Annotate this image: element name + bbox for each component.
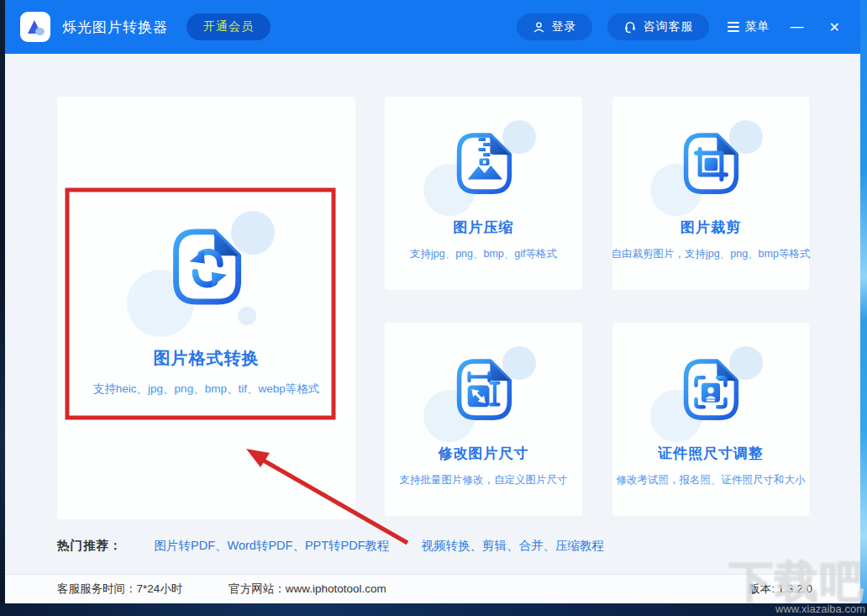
recommend-row: 热门推荐： 图片转PDF、Word转PDF、PPT转PDF教程 视频转换、剪辑、…: [57, 538, 604, 554]
footer-service-time: 客服服务时间：7*24小时: [57, 582, 182, 597]
recommend-label: 热门推荐：: [57, 538, 123, 554]
recommend-link-pdf-tutorials[interactable]: 图片转PDF、Word转PDF、PPT转PDF教程: [155, 538, 390, 554]
login-label: 登录: [552, 19, 577, 34]
card-idphoto[interactable]: 证件照尺寸调整 修改考试照，报名照、证件照尺寸和大小: [612, 323, 809, 516]
card-title: 图片裁剪: [680, 218, 741, 237]
main-area: 图片格式转换 支持heic、jpg、png、bmp、tif、webp等格式: [5, 54, 860, 574]
doc-resize-icon: [445, 351, 523, 429]
menu-icon: [728, 22, 739, 32]
mountain-logo-icon: [24, 16, 46, 38]
card-title: 证件照尺寸调整: [658, 444, 764, 463]
app-title: 烁光图片转换器: [62, 18, 168, 37]
titlebar: 烁光图片转换器 开通会员 登录 咨询客服: [5, 0, 860, 54]
headset-icon: [623, 19, 638, 34]
doc-zip-icon: [445, 125, 523, 203]
card-subtitle: 支持heic、jpg、png、bmp、tif、webp等格式: [93, 382, 319, 397]
login-button[interactable]: 登录: [517, 13, 592, 40]
minimize-button[interactable]: —: [786, 18, 809, 36]
card-title: 图片压缩: [454, 218, 514, 237]
doc-crop-icon: [672, 125, 749, 203]
desktop-taskbar: [0, 603, 867, 616]
card-subtitle: 自由裁剪图片，支持jpg、png、bmp等格式: [612, 247, 811, 261]
doc-idphoto-icon: [672, 351, 749, 429]
card-subtitle: 修改考试照，报名照、证件照尺寸和大小: [617, 473, 806, 487]
card-crop[interactable]: 图片裁剪 自由裁剪图片，支持jpg、png、bmp等格式: [612, 97, 809, 290]
doc-swap-icon: [159, 219, 255, 315]
card-compress[interactable]: 图片压缩 支持jpg、png、bmp、gif等格式: [385, 97, 582, 290]
card-title: 修改图片尺寸: [439, 444, 529, 463]
user-icon: [532, 20, 546, 34]
card-subtitle: 支持批量图片修改，自定义图片尺寸: [400, 473, 568, 487]
recommend-link-video-tutorials[interactable]: 视频转换、剪辑、合并、压缩教程: [422, 538, 605, 554]
desktop-edge-right: [860, 0, 867, 616]
footer-bar: 客服服务时间：7*24小时 官方网站：www.iphototool.com 版本…: [5, 574, 860, 603]
vip-button[interactable]: 开通会员: [187, 13, 271, 40]
close-button[interactable]: ✕: [824, 18, 845, 37]
card-resize[interactable]: 修改图片尺寸 支持批量图片修改，自定义图片尺寸: [385, 323, 582, 516]
menu-button[interactable]: 菜单: [728, 19, 770, 34]
support-button[interactable]: 咨询客服: [607, 13, 709, 40]
card-title: 图片格式转换: [154, 347, 260, 370]
footer-official-site: 官方网站：www.iphototool.com: [229, 582, 386, 597]
card-subtitle: 支持jpg、png、bmp、gif等格式: [410, 247, 557, 261]
app-window: 烁光图片转换器 开通会员 登录 咨询客服: [5, 0, 860, 603]
support-label: 咨询客服: [644, 19, 694, 34]
menu-label: 菜单: [745, 19, 770, 34]
footer-version: 版本: 1.3.2.0: [749, 582, 812, 597]
app-logo: [20, 12, 50, 42]
card-format-convert[interactable]: 图片格式转换 支持heic、jpg、png、bmp、tif、webp等格式: [57, 97, 355, 519]
